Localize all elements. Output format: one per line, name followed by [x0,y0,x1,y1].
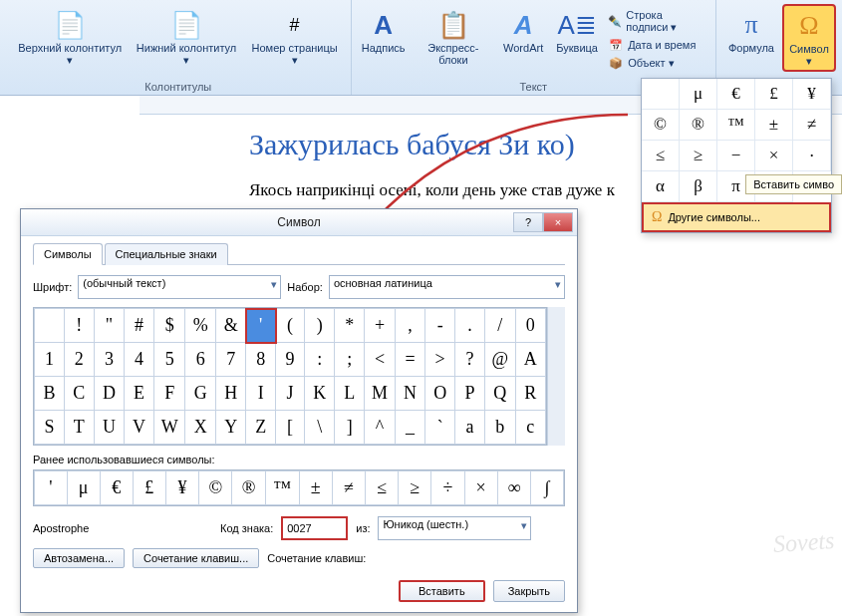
char-cell[interactable]: R [515,377,545,411]
close-button[interactable]: × [543,212,573,232]
char-cell[interactable]: ( [276,309,305,343]
header-button[interactable]: 📄Верхний колонтитул ▾ [12,4,128,70]
char-cell[interactable]: 2 [64,343,94,377]
gallery-symbol[interactable]: ± [755,110,793,141]
char-cell[interactable]: : [305,343,335,377]
gallery-symbol[interactable]: © [642,110,680,141]
char-cell[interactable]: ; [335,343,365,377]
char-cell[interactable]: I [246,377,276,411]
char-cell[interactable]: E [124,377,153,411]
char-cell[interactable]: ! [64,309,94,343]
recent-cell[interactable]: ∫ [531,471,564,505]
char-cell[interactable]: Y [215,411,245,445]
char-cell[interactable]: ] [335,411,365,445]
char-cell[interactable]: , [395,309,424,343]
gallery-symbol[interactable]: ™ [717,110,755,141]
char-cell[interactable]: G [185,377,216,411]
char-cell[interactable]: b [484,411,515,445]
char-cell[interactable]: F [154,377,185,411]
recent-cell[interactable]: ÷ [431,471,464,505]
char-cell[interactable]: . [455,309,484,343]
dialog-titlebar[interactable]: Символ ? × [21,209,577,236]
recent-cell[interactable]: £ [133,471,165,505]
char-cell[interactable]: " [94,309,124,343]
char-cell[interactable]: ? [455,343,484,377]
char-cell[interactable]: _ [395,411,424,445]
recent-cell[interactable]: ' [35,471,68,505]
char-cell[interactable]: c [515,411,545,445]
gallery-symbol[interactable]: € [717,79,755,110]
char-cell[interactable]: X [185,411,216,445]
char-cell[interactable]: H [215,377,245,411]
signature-line-button[interactable]: ✒️Строка подписи ▾ [605,8,709,35]
gallery-symbol[interactable]: × [755,141,793,171]
char-cell[interactable]: M [365,377,396,411]
char-cell[interactable]: L [335,377,365,411]
char-cell[interactable]: J [276,377,305,411]
char-cell[interactable]: T [64,411,94,445]
footer-button[interactable]: 📄Нижний колонтитул ▾ [130,4,242,70]
char-cell[interactable]: A [515,343,545,377]
grid-scrollbar[interactable] [547,307,565,446]
char-cell[interactable]: + [365,309,396,343]
char-cell[interactable]: # [124,309,153,343]
quickparts-button[interactable]: 📋Экспресс-блоки [412,4,496,70]
recent-cell[interactable]: × [464,471,497,505]
gallery-symbol[interactable]: ¥ [793,79,831,110]
object-button[interactable]: 📦Объект ▾ [605,55,709,71]
subset-select[interactable]: основная латиница [329,275,565,299]
autocorrect-button[interactable]: Автозамена... [33,548,125,568]
from-select[interactable]: Юникод (шестн.) [378,516,531,540]
char-cell[interactable]: 9 [276,343,305,377]
gallery-symbol[interactable]: ® [680,110,717,141]
char-cell[interactable]: % [185,309,216,343]
wordart-button[interactable]: AWordArt [497,4,549,58]
recent-cell[interactable]: ≠ [332,471,365,505]
recent-cell[interactable]: ∞ [497,471,530,505]
char-cell[interactable]: N [395,377,424,411]
char-cell[interactable]: ' [246,309,276,343]
recent-cell[interactable]: © [198,471,231,505]
char-cell[interactable]: = [395,343,424,377]
char-grid[interactable]: !"#$%&'()*+,-./0123456789:;<=>?@ABCDEFGH… [33,307,547,446]
more-symbols-button[interactable]: Ω Другие символы... [642,202,831,232]
char-cell[interactable]: D [94,377,124,411]
gallery-symbol[interactable]: − [717,141,755,171]
tab-special[interactable]: Специальные знаки [105,243,228,265]
char-cell[interactable]: 5 [154,343,185,377]
gallery-symbol[interactable] [642,79,680,110]
dropcap-button[interactable]: A≣Буквица [551,4,603,58]
page-number-button[interactable]: #Номер страницы ▾ [245,4,345,70]
char-cell[interactable]: > [425,343,455,377]
font-select[interactable]: (обычный текст) [78,275,281,299]
char-cell[interactable]: 3 [94,343,124,377]
recent-cell[interactable]: ™ [265,471,299,505]
gallery-symbol[interactable]: μ [680,79,717,110]
gallery-symbol[interactable]: ⋅ [793,141,831,171]
char-cell[interactable]: ) [305,309,335,343]
char-cell[interactable]: W [154,411,185,445]
gallery-symbol[interactable]: ≥ [680,141,717,171]
recent-grid[interactable]: 'μ€£¥©®™±≠≤≥÷×∞∫ [33,469,565,506]
date-time-button[interactable]: 📅Дата и время [605,37,709,53]
recent-cell[interactable]: € [100,471,133,505]
char-cell[interactable]: * [335,309,365,343]
char-cell[interactable]: [ [276,411,305,445]
char-cell[interactable]: a [455,411,484,445]
code-input[interactable] [281,516,348,540]
gallery-symbol[interactable]: α [642,171,680,202]
recent-cell[interactable]: ≥ [399,471,431,505]
recent-cell[interactable]: ± [299,471,332,505]
char-cell[interactable]: Z [246,411,276,445]
char-cell[interactable]: Q [484,377,515,411]
gallery-symbol[interactable]: ≠ [793,110,831,141]
shortcut-button[interactable]: Сочетание клавиш... [133,548,259,568]
textbox-button[interactable]: AНадпись [358,4,410,58]
insert-button[interactable]: Вставить [399,580,485,602]
gallery-symbol[interactable]: β [680,171,717,202]
help-button[interactable]: ? [513,212,543,232]
char-cell[interactable]: $ [154,309,185,343]
char-cell[interactable]: U [94,411,124,445]
char-cell[interactable] [35,309,65,343]
char-cell[interactable]: 7 [215,343,245,377]
